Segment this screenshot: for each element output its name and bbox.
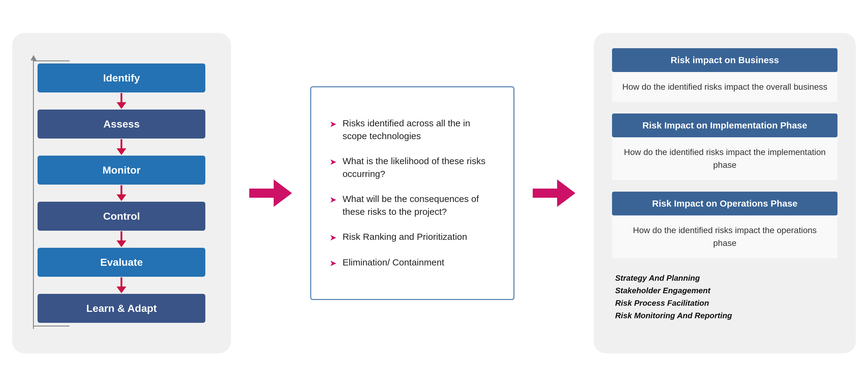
arrow-shaft-1	[121, 93, 122, 102]
feedback-line-bottom	[33, 326, 69, 326]
bullet-item-4: ➤ Risk Ranking and Prioritization	[330, 230, 495, 243]
chevron-icon-4: ➤	[330, 232, 337, 243]
bullet-item-5: ➤ Elimination/ Containment	[330, 256, 495, 269]
step-monitor: Monitor	[37, 156, 205, 185]
arrow-shaft-4	[121, 231, 122, 240]
arrow-center-to-right	[533, 179, 576, 207]
big-arrow-right-2	[533, 179, 576, 207]
left-panel: Identify Assess Monitor Control Evaluate	[12, 33, 231, 353]
footer-items: Strategy And Planning Stakeholder Engage…	[612, 273, 837, 323]
arrow-left-to-center	[249, 179, 292, 207]
arrow-head-4	[117, 240, 126, 247]
arrow-shaft-2	[121, 139, 122, 148]
arrow-down-1	[117, 93, 126, 109]
step-assess: Assess	[37, 110, 205, 139]
risk-section-1: Risk impact on Business How do the ident…	[612, 48, 837, 102]
risk-header-2: Risk Impact on Implementation Phase	[612, 114, 837, 137]
bullet-text-1: Risks identified across all the in scope…	[343, 117, 495, 143]
risk-body-1: How do the identified risks impact the o…	[612, 72, 837, 102]
feedback-line-top	[33, 60, 69, 61]
arrow-shaft-big-2	[533, 188, 557, 198]
footer-item-3: Risk Process Facilitation	[615, 298, 834, 308]
arrow-head-3	[117, 195, 126, 201]
arrow-down-3	[117, 185, 126, 201]
feedback-arrow-top	[31, 55, 37, 60]
risk-section-2: Risk Impact on Implementation Phase How …	[612, 114, 837, 180]
right-panel: Risk impact on Business How do the ident…	[594, 33, 856, 353]
step-evaluate: Evaluate	[37, 248, 205, 277]
process-steps: Identify Assess Monitor Control Evaluate	[31, 63, 213, 323]
arrow-down-2	[117, 139, 126, 155]
chevron-icon-3: ➤	[330, 194, 337, 206]
step-control: Control	[37, 202, 205, 231]
bullet-text-4: Risk Ranking and Prioritization	[343, 230, 467, 243]
arrow-head-big-1	[274, 179, 292, 207]
chevron-icon-2: ➤	[330, 156, 337, 168]
risk-header-3: Risk Impact on Operations Phase	[612, 191, 837, 215]
arrow-shaft-big-1	[249, 188, 274, 198]
bullet-text-5: Elimination/ Containment	[343, 256, 444, 269]
risk-header-1: Risk impact on Business	[612, 48, 837, 72]
footer-item-2: Stakeholder Engagement	[615, 286, 834, 295]
bullet-item-1: ➤ Risks identified across all the in sco…	[330, 117, 495, 143]
step-identify: Identify	[37, 63, 205, 92]
step-learn: Learn & Adapt	[37, 294, 205, 323]
arrow-down-4	[117, 231, 126, 247]
arrow-shaft-5	[121, 277, 122, 287]
arrow-down-5	[117, 277, 126, 293]
bullet-text-2: What is the likelihood of these risks oc…	[343, 155, 495, 180]
bullet-item-3: ➤ What will be the consequences of these…	[330, 192, 495, 218]
risk-section-3: Risk Impact on Operations Phase How do t…	[612, 191, 837, 258]
arrow-head-5	[117, 287, 126, 293]
risk-body-2: How do the identified risks impact the i…	[612, 137, 837, 180]
center-panel: ➤ Risks identified across all the in sco…	[310, 86, 515, 300]
risk-divider-1	[612, 108, 837, 114]
arrow-head-1	[117, 102, 126, 109]
big-arrow-right-1	[249, 179, 292, 207]
main-container: Identify Assess Monitor Control Evaluate	[0, 0, 868, 386]
arrow-head-big-2	[557, 179, 576, 207]
chevron-icon-5: ➤	[330, 257, 337, 269]
risk-body-3: How do the identified risks impact the o…	[612, 215, 837, 258]
footer-item-1: Strategy And Planning	[615, 273, 834, 283]
footer-item-4: Risk Monitoring And Reporting	[615, 311, 834, 320]
bullet-item-2: ➤ What is the likelihood of these risks …	[330, 155, 495, 180]
arrow-head-2	[117, 148, 126, 155]
risk-divider-2	[612, 186, 837, 191]
arrow-shaft-3	[121, 185, 122, 195]
chevron-icon-1: ➤	[330, 118, 337, 130]
bullet-text-3: What will be the consequences of these r…	[343, 192, 495, 218]
